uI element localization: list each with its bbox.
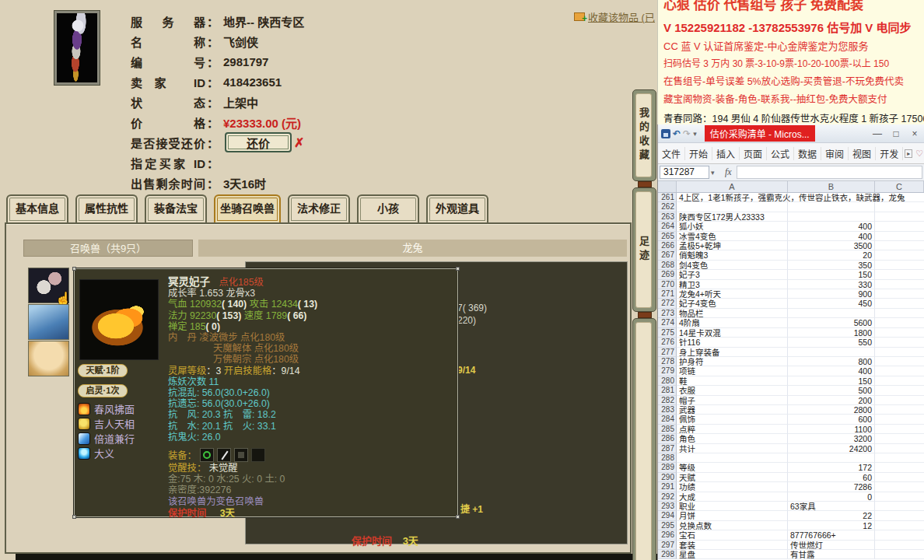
- cell-a[interactable]: 精卫3: [677, 280, 788, 289]
- cell-c[interactable]: [875, 338, 924, 347]
- save-icon[interactable]: [661, 129, 670, 138]
- tab[interactable]: 基本信息: [6, 194, 68, 222]
- cell-a[interactable]: 衣服: [677, 386, 788, 395]
- cell-a[interactable]: 针116: [677, 338, 788, 347]
- cell-a[interactable]: 身上穿装备: [677, 348, 788, 357]
- row-number[interactable]: 272: [658, 299, 677, 308]
- cell-a[interactable]: 帽子: [677, 396, 788, 405]
- row-number[interactable]: 281: [658, 386, 677, 395]
- ribbon-tab[interactable]: 页面: [740, 147, 767, 160]
- ribbon-tab[interactable]: 开始: [685, 147, 712, 160]
- collect-link[interactable]: 收藏该物品 (已: [588, 9, 655, 24]
- formula-input[interactable]: [737, 166, 922, 179]
- row-number[interactable]: 275: [658, 328, 677, 338]
- cell-c[interactable]: [875, 444, 924, 453]
- qiling-button[interactable]: 启灵·1次: [78, 384, 128, 397]
- ribbon-tab[interactable]: 插入: [712, 147, 740, 160]
- qat-dropdown-icon[interactable]: ▾: [693, 130, 697, 138]
- cell-b[interactable]: 400: [788, 222, 875, 231]
- row-number[interactable]: 265: [658, 232, 677, 241]
- cell-a[interactable]: 宝石: [677, 530, 788, 540]
- cell-c[interactable]: [875, 202, 924, 212]
- row-number[interactable]: 294: [658, 511, 677, 520]
- heart-icon[interactable]: ♡: [915, 149, 923, 159]
- cell-a[interactable]: 点粹: [677, 425, 788, 434]
- row-number[interactable]: 289: [658, 463, 677, 472]
- row-number[interactable]: 297: [658, 541, 677, 550]
- cell-c[interactable]: [875, 396, 924, 405]
- cell-c[interactable]: [875, 415, 924, 424]
- cell-c[interactable]: [875, 357, 924, 366]
- cell-c[interactable]: [875, 541, 924, 550]
- tab[interactable]: 属性抗性: [75, 194, 138, 222]
- cell-a[interactable]: 大成: [677, 492, 788, 502]
- row-number[interactable]: 262: [658, 202, 677, 212]
- cell-a[interactable]: 天赋: [677, 473, 788, 482]
- cell-b[interactable]: 600: [788, 415, 875, 424]
- row-number[interactable]: 271: [658, 289, 677, 299]
- cell-c[interactable]: [875, 550, 924, 559]
- cell-c[interactable]: [875, 473, 924, 482]
- redo-icon[interactable]: ↷: [683, 128, 691, 139]
- tab[interactable]: 小孩: [357, 194, 419, 222]
- ribbon-tab[interactable]: 审阅: [821, 147, 849, 160]
- row-number[interactable]: 270: [658, 280, 677, 289]
- cell-b[interactable]: 330: [788, 280, 875, 289]
- row-number[interactable]: 283: [658, 405, 677, 415]
- cell-a[interactable]: 孟极5+乾坤: [677, 241, 788, 250]
- cell-c[interactable]: [875, 299, 924, 308]
- sidebar-item-favorites[interactable]: 我的收藏: [632, 89, 656, 181]
- cell-c[interactable]: [875, 386, 924, 395]
- row-number[interactable]: 279: [658, 366, 677, 376]
- cell-b[interactable]: 有甘露: [788, 550, 875, 559]
- cell-a[interactable]: 功绩: [677, 482, 788, 492]
- cell-b[interactable]: 550: [788, 338, 875, 347]
- row-number[interactable]: 286: [658, 434, 677, 443]
- minimize-button[interactable]: —: [868, 128, 887, 139]
- cell-b[interactable]: 900: [788, 289, 875, 299]
- cell-b[interactable]: [788, 202, 875, 212]
- cell-b[interactable]: 3500: [788, 241, 875, 250]
- ribbon-tab[interactable]: 文件: [658, 147, 685, 160]
- cell-b[interactable]: 7286: [788, 482, 875, 492]
- row-number[interactable]: 269: [658, 270, 677, 279]
- row-number[interactable]: 296: [658, 530, 677, 540]
- close-button[interactable]: ×: [905, 128, 924, 139]
- cell-a[interactable]: 妃子3: [677, 270, 788, 279]
- cell-b[interactable]: 172: [788, 463, 875, 472]
- cell-b[interactable]: 传世燃灯: [788, 541, 875, 550]
- cell-c[interactable]: [875, 502, 924, 511]
- cell-a[interactable]: 鞋: [677, 376, 788, 386]
- row-number[interactable]: 277: [658, 348, 677, 357]
- cell-b[interactable]: 24200: [788, 444, 875, 453]
- cell-a[interactable]: 剑4变色: [677, 261, 788, 270]
- empty-slot-icon[interactable]: [251, 448, 265, 462]
- cell-c[interactable]: [875, 521, 924, 530]
- cell-b[interactable]: 450: [788, 299, 875, 308]
- tab[interactable]: 法术修正: [288, 194, 350, 222]
- cell-a[interactable]: 护身符: [677, 357, 788, 366]
- cell-c[interactable]: [875, 348, 924, 357]
- cell-a[interactable]: 俏魁魄3: [677, 250, 788, 260]
- cell-a[interactable]: [677, 202, 788, 212]
- cell-c[interactable]: [875, 434, 924, 443]
- name-box[interactable]: 317287: [660, 166, 709, 179]
- maximize-button[interactable]: □: [887, 128, 905, 139]
- row-number[interactable]: 285: [658, 425, 677, 434]
- overflow-icon[interactable]: ▸: [905, 149, 912, 158]
- cell-c[interactable]: [875, 261, 924, 270]
- cell-c[interactable]: [875, 318, 924, 327]
- row-number[interactable]: 282: [658, 396, 677, 405]
- fx-icon[interactable]: fx: [722, 166, 735, 178]
- sidebar-item-my-bargains[interactable]: 我的还价: [632, 318, 656, 560]
- cell-c[interactable]: [875, 328, 924, 338]
- column-header-c[interactable]: C: [875, 181, 924, 192]
- namebox-dropdown-icon[interactable]: ▾: [711, 169, 720, 177]
- cell-b[interactable]: 400: [788, 366, 875, 376]
- row-number[interactable]: 264: [658, 222, 677, 231]
- cell-a[interactable]: 物品栏: [677, 309, 788, 318]
- tab[interactable]: 外观道具: [426, 194, 488, 222]
- cell-a[interactable]: 龙兔4+听天: [677, 289, 788, 299]
- cell-c[interactable]: [875, 530, 924, 540]
- cell-a[interactable]: [677, 453, 788, 463]
